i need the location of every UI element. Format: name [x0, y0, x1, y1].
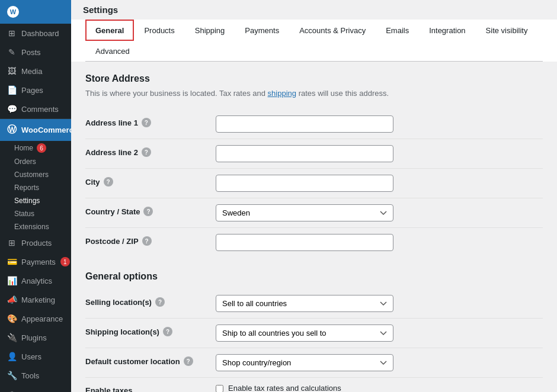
- tab-advanced[interactable]: Advanced: [85, 40, 140, 62]
- address-line2-help[interactable]: ?: [142, 147, 151, 157]
- enable-taxes-label: Enable taxes: [85, 386, 206, 392]
- tab-products[interactable]: Products: [134, 20, 184, 41]
- appearance-icon: 🎨: [7, 314, 17, 323]
- selling-locations-label: Selling location(s) ?: [85, 297, 206, 307]
- settings-icon: ⚙: [7, 390, 17, 392]
- city-input[interactable]: [216, 175, 393, 192]
- woocommerce-header[interactable]: Ⓦ WooCommerce: [0, 119, 71, 141]
- address-line2-row: Address line 2 ?: [85, 139, 543, 169]
- sidebar-item-tools[interactable]: 🔧 Tools: [0, 366, 71, 385]
- plugins-icon: 🔌: [7, 333, 17, 342]
- sidebar-sub-extensions[interactable]: Extensions: [0, 220, 71, 233]
- sidebar-item-plugins[interactable]: 🔌 Plugins: [0, 328, 71, 347]
- default-customer-location-select[interactable]: Shop country/region No location by defau…: [216, 354, 393, 371]
- country-state-select[interactable]: Sweden United States United Kingdom: [216, 204, 393, 221]
- sidebar: W ⊞ Dashboard ✎ Posts 🖼 Media 📄 Pages 💬 …: [0, 0, 71, 392]
- sidebar-item-media[interactable]: 🖼 Media: [0, 62, 71, 81]
- home-badge: 6: [37, 143, 46, 153]
- sidebar-item-dashboard[interactable]: ⊞ Dashboard: [0, 24, 71, 43]
- address-line1-row: Address line 1 ?: [85, 110, 543, 139]
- shipping-link[interactable]: shipping: [268, 89, 296, 98]
- tab-accounts-privacy[interactable]: Accounts & Privacy: [289, 20, 376, 41]
- enable-taxes-field: Enable tax rates and calculations Rates …: [216, 384, 543, 392]
- city-label: City ?: [85, 177, 206, 187]
- sidebar-item-posts[interactable]: ✎ Posts: [0, 43, 71, 62]
- default-customer-location-help[interactable]: ?: [184, 356, 193, 366]
- tab-integration[interactable]: Integration: [419, 20, 475, 41]
- page-title: Settings: [71, 0, 557, 20]
- media-icon: 🖼: [7, 66, 17, 76]
- enable-taxes-checkbox[interactable]: [216, 385, 223, 392]
- store-address-section: Store Address This is where your busines…: [85, 73, 543, 257]
- general-options-section: General options Selling location(s) ?: [85, 271, 543, 392]
- marketing-icon: 📣: [7, 295, 17, 304]
- postcode-label: Postcode / ZIP ?: [85, 236, 206, 246]
- store-address-title: Store Address: [85, 73, 543, 84]
- city-row: City ?: [85, 169, 543, 198]
- content-area: General Products Shipping Payments Accou…: [71, 20, 557, 392]
- sidebar-sub-reports[interactable]: Reports: [0, 181, 71, 194]
- wp-icon: W: [7, 6, 19, 18]
- sidebar-sub-settings[interactable]: Settings: [0, 194, 71, 207]
- woocommerce-section: Ⓦ WooCommerce Home 6 Orders Customers Re…: [0, 118, 71, 233]
- default-customer-location-label: Default customer location ?: [85, 356, 206, 366]
- shipping-locations-row: Shipping location(s) ? Ship to all count…: [85, 319, 543, 348]
- shipping-locations-help[interactable]: ?: [163, 327, 172, 336]
- shipping-locations-select[interactable]: Ship to all countries you sell to Ship t…: [216, 324, 393, 342]
- payments-icon: 💳: [7, 257, 17, 266]
- settings-tabs: General Products Shipping Payments Accou…: [85, 20, 543, 62]
- analytics-icon: 📊: [7, 276, 17, 285]
- users-icon: 👤: [7, 352, 17, 361]
- selling-locations-help[interactable]: ?: [155, 297, 165, 307]
- country-state-label: Country / State ?: [85, 207, 206, 216]
- country-state-row: Country / State ? Sweden United States U…: [85, 198, 543, 228]
- city-help[interactable]: ?: [104, 177, 113, 187]
- sidebar-item-settings-main[interactable]: ⚙ Settings: [0, 385, 71, 392]
- sidebar-logo: W: [0, 0, 71, 24]
- postcode-row: Postcode / ZIP ?: [85, 228, 543, 258]
- tab-general[interactable]: General: [85, 20, 134, 41]
- sidebar-item-marketing[interactable]: 📣 Marketing: [0, 290, 71, 309]
- general-options-table: Selling location(s) ? Sell to all countr…: [85, 289, 543, 392]
- selling-locations-row: Selling location(s) ? Sell to all countr…: [85, 289, 543, 319]
- tab-shipping[interactable]: Shipping: [185, 20, 235, 41]
- enable-taxes-checkbox-label[interactable]: Enable tax rates and calculations: [228, 384, 341, 392]
- sidebar-item-analytics[interactable]: 📊 Analytics: [0, 271, 71, 290]
- address-line2-input[interactable]: [216, 145, 393, 162]
- woocommerce-icon: Ⓦ: [7, 124, 17, 136]
- tab-site-visibility[interactable]: Site visibility: [476, 20, 538, 41]
- postcode-input[interactable]: [216, 234, 393, 251]
- main-content: Settings General Products Shipping Payme…: [71, 0, 557, 392]
- address-form-table: Address line 1 ? Address li: [85, 110, 543, 257]
- address-line1-help[interactable]: ?: [142, 118, 151, 127]
- address-line1-input[interactable]: [216, 115, 393, 133]
- payments-badge: 1: [60, 257, 70, 266]
- enable-taxes-row: Enable taxes Enable tax rates and calcul…: [85, 378, 543, 393]
- sidebar-sub-status[interactable]: Status: [0, 207, 71, 220]
- address-line1-label: Address line 1 ?: [85, 118, 206, 127]
- products-icon: ⊞: [7, 238, 17, 248]
- comments-icon: 💬: [7, 104, 17, 114]
- settings-body: Store Address This is where your busines…: [71, 62, 557, 392]
- postcode-help[interactable]: ?: [142, 236, 152, 246]
- sidebar-item-users[interactable]: 👤 Users: [0, 347, 71, 366]
- pages-icon: 📄: [7, 85, 17, 95]
- country-state-help[interactable]: ?: [143, 207, 153, 216]
- posts-icon: ✎: [7, 47, 17, 57]
- dashboard-icon: ⊞: [7, 28, 17, 38]
- store-address-desc: This is where your business is located. …: [85, 89, 543, 98]
- general-options-title: General options: [85, 271, 543, 282]
- shipping-locations-label: Shipping location(s) ?: [85, 327, 206, 336]
- default-customer-location-row: Default customer location ? Shop country…: [85, 348, 543, 378]
- sidebar-item-products[interactable]: ⊞ Products: [0, 233, 71, 252]
- tab-emails[interactable]: Emails: [376, 20, 419, 41]
- sidebar-item-pages[interactable]: 📄 Pages: [0, 81, 71, 99]
- sidebar-item-appearance[interactable]: 🎨 Appearance: [0, 309, 71, 328]
- selling-locations-select[interactable]: Sell to all countries Sell to specific c…: [216, 295, 393, 312]
- sidebar-sub-customers[interactable]: Customers: [0, 168, 71, 181]
- sidebar-sub-home[interactable]: Home 6: [0, 141, 71, 155]
- sidebar-item-comments[interactable]: 💬 Comments: [0, 99, 71, 118]
- sidebar-item-payments[interactable]: 💳 Payments 1: [0, 252, 71, 271]
- sidebar-sub-orders[interactable]: Orders: [0, 155, 71, 168]
- tab-payments[interactable]: Payments: [235, 20, 289, 41]
